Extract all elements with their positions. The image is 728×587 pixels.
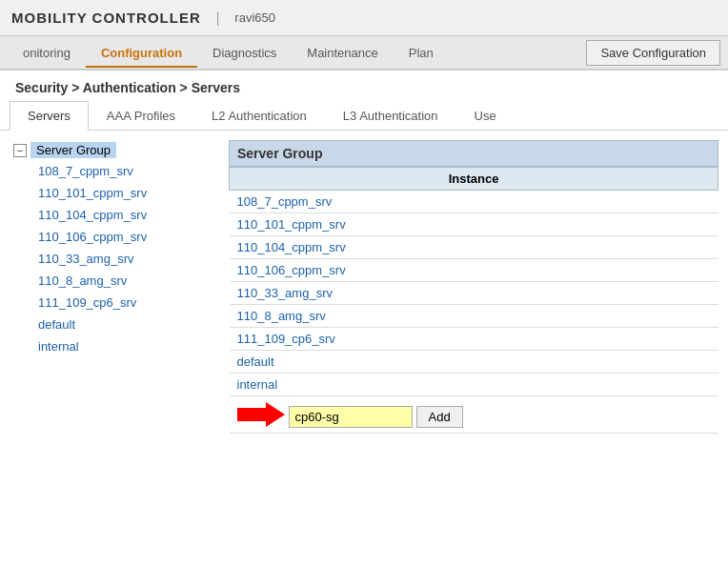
table-row: 111_109_cp6_srv xyxy=(230,328,718,351)
table-cell[interactable]: 110_106_cppm_srv xyxy=(230,259,718,282)
breadcrumb-text: Security > Authentication > Servers xyxy=(15,80,240,95)
table-row: default xyxy=(230,351,718,374)
table-cell[interactable]: default xyxy=(230,351,718,374)
table-row: 108_7_cppm_srv xyxy=(230,191,718,213)
arrow-container: Add xyxy=(237,400,711,429)
table-row: 110_101_cppm_srv xyxy=(230,213,718,236)
sub-tab-l2-auth[interactable]: L2 Authentication xyxy=(193,101,325,131)
save-configuration-button[interactable]: Save Configuration xyxy=(586,40,720,66)
tree-child-item[interactable]: 110_33_amg_srv xyxy=(36,248,219,270)
breadcrumb: Security > Authentication > Servers xyxy=(0,71,728,101)
table-cell[interactable]: 110_8_amg_srv xyxy=(230,305,718,328)
nav-tabs: onitoring Configuration Diagnostics Main… xyxy=(0,36,728,71)
tree-child-item[interactable]: 110_104_cppm_srv xyxy=(36,204,219,226)
table-panel: Server Group Instance 108_7_cppm_srv 110… xyxy=(229,140,718,434)
header-separator: | xyxy=(216,10,220,26)
tree-child-item[interactable]: 108_7_cppm_srv xyxy=(36,160,219,182)
column-header-instance: Instance xyxy=(230,168,718,191)
sub-tab-l3-auth[interactable]: L3 Authentication xyxy=(325,101,456,131)
table-cell[interactable]: 111_109_cp6_srv xyxy=(230,328,718,351)
table-row-input: Add xyxy=(230,396,718,434)
tree-child-item[interactable]: 110_8_amg_srv xyxy=(36,270,219,292)
tree-root-label[interactable]: Server Group xyxy=(30,142,116,158)
tab-maintenance[interactable]: Maintenance xyxy=(292,40,393,68)
add-button[interactable]: Add xyxy=(416,406,463,428)
tab-configuration[interactable]: Configuration xyxy=(86,40,197,68)
tree-children: 108_7_cppm_srv 110_101_cppm_srv 110_104_… xyxy=(10,160,219,357)
new-instance-input[interactable] xyxy=(289,406,413,428)
tree-child-item[interactable]: internal xyxy=(36,335,219,357)
sub-tabs: Servers AAA Profiles L2 Authentication L… xyxy=(0,101,728,131)
sub-tab-use[interactable]: Use xyxy=(456,101,515,131)
server-group-table: Instance 108_7_cppm_srv 110_101_cppm_srv… xyxy=(229,167,718,434)
add-instance-row: Add xyxy=(289,406,463,428)
sub-tab-servers[interactable]: Servers xyxy=(10,101,89,131)
table-row: internal xyxy=(230,374,718,396)
svg-marker-0 xyxy=(237,402,285,427)
table-cell-input: Add xyxy=(230,396,718,434)
table-row: 110_106_cppm_srv xyxy=(230,259,718,282)
table-row: 110_8_amg_srv xyxy=(230,305,718,328)
header-user: ravi650 xyxy=(234,10,275,25)
tree-child-item[interactable]: 110_106_cppm_srv xyxy=(36,226,219,248)
table-cell[interactable]: 110_101_cppm_srv xyxy=(230,213,718,236)
tab-diagnostics[interactable]: Diagnostics xyxy=(197,40,292,68)
table-cell[interactable]: 110_33_amg_srv xyxy=(230,282,718,305)
red-arrow-icon xyxy=(237,400,285,429)
table-row: 110_104_cppm_srv xyxy=(230,236,718,259)
table-cell[interactable]: internal xyxy=(230,374,718,396)
tree-child-item[interactable]: 111_109_cp6_srv xyxy=(36,292,219,314)
tab-plan[interactable]: Plan xyxy=(394,40,449,68)
table-row: 110_33_amg_srv xyxy=(230,282,718,305)
sub-tabs-wrapper: Servers AAA Profiles L2 Authentication L… xyxy=(0,101,728,131)
header: MOBILITY CONTROLLER | ravi650 xyxy=(0,0,728,36)
tab-monitoring[interactable]: onitoring xyxy=(8,40,86,68)
tree-child-item[interactable]: 110_101_cppm_srv xyxy=(36,182,219,204)
tree-child-item[interactable]: default xyxy=(36,314,219,335)
main-content: − Server Group 108_7_cppm_srv 110_101_cp… xyxy=(0,131,728,443)
collapse-icon[interactable]: − xyxy=(13,144,27,157)
sub-tab-aaa-profiles[interactable]: AAA Profiles xyxy=(89,101,193,131)
table-cell[interactable]: 108_7_cppm_srv xyxy=(230,191,718,213)
tree-root-node[interactable]: − Server Group xyxy=(10,140,219,160)
table-cell[interactable]: 110_104_cppm_srv xyxy=(230,236,718,259)
tree-panel: − Server Group 108_7_cppm_srv 110_101_cp… xyxy=(10,140,219,434)
app-title: MOBILITY CONTROLLER xyxy=(11,10,201,26)
table-title: Server Group xyxy=(229,140,718,167)
